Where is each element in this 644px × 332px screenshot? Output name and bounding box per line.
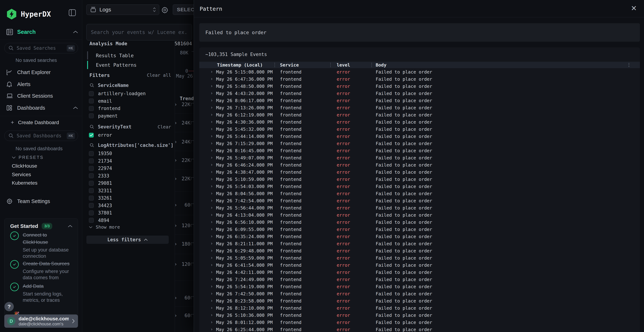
checkbox[interactable] [89, 151, 94, 156]
table-row[interactable]: ›May 26 6:09:55.000 PMfrontenderrorFaile… [199, 226, 640, 233]
column-resize-handle[interactable] [371, 63, 372, 67]
table-row[interactable]: ›May 26 5:15:08.000 PMfrontenderrorFaile… [199, 68, 640, 75]
expand-chevron-icon[interactable]: › [175, 102, 180, 107]
checkbox[interactable] [89, 166, 94, 171]
expand-chevron-icon[interactable]: › [210, 91, 213, 96]
pattern-row-trend[interactable]: ›60 [175, 202, 194, 208]
expand-chevron-icon[interactable]: › [210, 155, 213, 160]
expand-chevron-icon[interactable]: › [210, 305, 213, 310]
expand-chevron-icon[interactable]: › [210, 170, 213, 174]
filter-option[interactable]: artillery-loadgen [89, 90, 146, 97]
clear-all-filters-link[interactable]: Clear all [147, 72, 171, 78]
table-row[interactable]: ›May 26 7:15:29.000 PMfrontenderrorFaile… [199, 140, 640, 147]
table-row[interactable]: ›May 26 5:45:32.000 PMfrontenderrorFaile… [199, 126, 640, 132]
table-row[interactable]: ›May 26 7:42:50.000 PMfrontenderrorFaile… [199, 290, 640, 297]
table-row[interactable]: ›May 26 5:56:44.000 PMfrontenderrorFaile… [199, 204, 640, 211]
table-row[interactable]: ›May 26 5:48:50.000 PMfrontenderrorFaile… [199, 82, 640, 90]
checkbox[interactable] [89, 210, 94, 215]
column-header-timestamp[interactable]: Timestamp (Local) [217, 62, 263, 68]
pattern-row-trend[interactable]: ›22K [175, 176, 194, 182]
expand-chevron-icon[interactable]: › [175, 176, 180, 182]
get-started-item[interactable]: Add DataStart sending logs, metrics, or … [10, 283, 74, 304]
filter-option[interactable]: email [89, 98, 112, 105]
filter-option[interactable]: 33261 [89, 194, 112, 202]
expand-chevron-icon[interactable]: › [210, 141, 213, 146]
table-row[interactable]: ›May 26 5:10:36.000 PMfrontenderrorFaile… [199, 312, 640, 318]
filter-option[interactable]: 29081 [89, 180, 112, 187]
pattern-row-trend[interactable]: ›60 [175, 295, 194, 300]
show-more-toggle[interactable]: Show more [89, 224, 120, 230]
table-row[interactable]: ›May 26 8:04:56.000 PMfrontenderrorFaile… [199, 190, 640, 197]
sidebar-item-alerts[interactable]: Alerts [6, 80, 78, 88]
preset-item-kubernetes[interactable]: Kubernetes [12, 180, 38, 186]
expand-chevron-icon[interactable]: › [210, 162, 213, 167]
filter-option[interactable]: 22974 [89, 165, 112, 172]
table-row[interactable]: ›May 26 5:54:19.000 PMfrontenderrorFaile… [199, 283, 640, 290]
checkbox[interactable] [89, 133, 94, 138]
expand-chevron-icon[interactable]: › [210, 119, 213, 124]
filter-option[interactable]: 2333 [89, 172, 109, 180]
expand-chevron-icon[interactable]: › [210, 270, 213, 274]
table-row[interactable]: ›May 26 5:44:14.000 PMfrontenderrorFaile… [199, 132, 640, 140]
expand-chevron-icon[interactable]: › [175, 295, 180, 300]
table-row[interactable]: ›May 26 8:06:17.000 PMfrontenderrorFaile… [199, 97, 640, 104]
expand-chevron-icon[interactable]: › [210, 248, 213, 253]
expand-chevron-icon[interactable]: › [175, 261, 180, 267]
clear-filter-link[interactable]: Clear [158, 124, 171, 130]
table-row[interactable]: ›May 26 5:05:59.000 PMfrontenderrorFaile… [199, 254, 640, 261]
table-row[interactable]: ›May 26 7:13:26.000 PMfrontenderrorFaile… [199, 104, 640, 111]
table-row[interactable]: ›May 26 6:12:19.000 PMfrontenderrorFaile… [199, 111, 640, 118]
column-header-service[interactable]: Service [280, 62, 299, 68]
table-row[interactable]: ›May 26 4:38:47.000 PMfrontenderrorFaile… [199, 168, 640, 176]
checkbox[interactable] [89, 106, 94, 111]
saved-dashboards-input[interactable]: Saved Dashboards ⌘K [4, 130, 78, 141]
sidebar-item-chart-explorer[interactable]: Chart Explorer [6, 68, 78, 76]
checkbox[interactable] [89, 218, 94, 223]
chevron-up-icon[interactable] [68, 225, 72, 228]
collapse-sidebar-icon[interactable] [69, 9, 76, 16]
presets-toggle[interactable]: PRESETS [12, 155, 44, 160]
expand-chevron-icon[interactable]: › [210, 227, 213, 232]
analysis-mode-results-table[interactable]: Results Table [87, 51, 164, 60]
preset-item-clickhouse[interactable]: ClickHouse [12, 163, 37, 169]
expand-chevron-icon[interactable]: › [210, 312, 213, 318]
filter-option[interactable]: 34423 [89, 202, 112, 209]
saved-searches-input[interactable]: Saved Searches ⌘K [4, 43, 78, 53]
less-filters-button[interactable]: Less filters [86, 236, 169, 244]
pattern-row-trend[interactable]: ›22K [175, 102, 194, 107]
checkbox[interactable] [89, 196, 94, 200]
table-row[interactable]: ›May 26 6:56:10.000 PMfrontenderrorFaile… [199, 218, 640, 226]
expand-chevron-icon[interactable]: › [210, 105, 213, 110]
source-select[interactable]: Logs [86, 4, 159, 15]
sidebar-item-dashboards[interactable]: Dashboards [6, 104, 78, 112]
checkbox[interactable] [89, 188, 94, 193]
expand-chevron-icon[interactable]: › [210, 291, 213, 296]
pattern-row-trend[interactable]: ›120 [175, 261, 194, 267]
expand-chevron-icon[interactable]: › [210, 212, 213, 217]
table-row[interactable]: ›May 26 5:54:03.000 PMfrontenderrorFaile… [199, 183, 640, 190]
pattern-row-trend[interactable]: ›60 [175, 313, 194, 318]
get-started-item[interactable]: Create Data SourcesConfigure where your … [10, 260, 74, 281]
checkbox[interactable] [89, 91, 94, 96]
expand-chevron-icon[interactable]: › [210, 191, 213, 196]
create-dashboard-button[interactable]: + Create Dashboard [11, 119, 59, 126]
column-resize-handle[interactable] [330, 63, 331, 67]
expand-chevron-icon[interactable]: › [210, 327, 213, 332]
expand-chevron-icon[interactable]: › [210, 112, 213, 117]
table-row[interactable]: ›May 26 4:13:04.000 PMfrontenderrorFaile… [199, 211, 640, 218]
table-row[interactable]: ›May 26 6:46:24.000 PMfrontenderrorFaile… [199, 161, 640, 168]
pattern-row-trend[interactable]: ›22K [175, 158, 194, 163]
expand-chevron-icon[interactable]: › [175, 223, 180, 228]
filter-option[interactable]: 32311 [89, 187, 112, 194]
pattern-row-trend[interactable]: ›24K [175, 139, 194, 144]
column-resize-handle[interactable] [274, 63, 275, 67]
table-row[interactable]: ›May 26 4:42:11.000 PMfrontenderrorFaile… [199, 268, 640, 276]
table-row[interactable]: ›May 26 8:12:10.000 PMfrontenderrorFaile… [199, 304, 640, 312]
expand-chevron-icon[interactable]: › [210, 234, 213, 239]
select-columns-button[interactable]: SELECT [173, 4, 196, 15]
expand-chevron-icon[interactable]: › [210, 126, 213, 132]
event-search-input[interactable]: Search your events w/ Lucene ex. colu [86, 24, 192, 40]
expand-chevron-icon[interactable]: › [210, 298, 213, 303]
checkbox[interactable] [89, 173, 94, 178]
filter-option[interactable]: error [89, 132, 112, 139]
